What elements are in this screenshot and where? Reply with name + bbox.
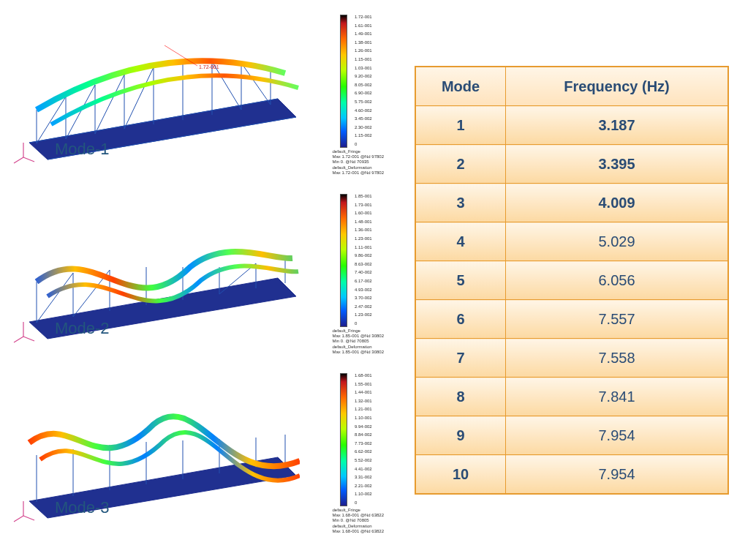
legend-tick: 8.05-002 [355, 83, 388, 87]
cell-frequency: 3.187 [506, 106, 729, 145]
mode1-pick-label: 1.72-001 [199, 64, 219, 70]
svg-line-20 [14, 157, 23, 163]
legend-caption-2: default_FringeMax 1.85-001 @Nd 30802Min … [333, 329, 384, 355]
table-row: 97.954 [415, 416, 728, 455]
svg-line-36 [23, 337, 34, 341]
frequency-table: Mode Frequency (Hz) 13.18723.39534.00945… [415, 66, 729, 495]
table-row: 77.558 [415, 339, 728, 378]
mode-label-1: Mode-1 [55, 140, 110, 159]
cell-frequency: 4.009 [506, 184, 729, 222]
legend-tick: 5.75-002 [355, 100, 388, 104]
legend-tick: 1.85-001 [355, 194, 388, 198]
legend-tick: 0 [355, 500, 388, 505]
legend-tick: 1.23-002 [355, 312, 388, 317]
legend-tick: 9.94-002 [355, 424, 388, 429]
legend-tick: 3.31-002 [355, 475, 388, 479]
legend-tick: 8.63-002 [355, 262, 388, 266]
legend-tick: 4.41-002 [355, 467, 388, 471]
legend-tick: 4.93-002 [355, 288, 388, 292]
svg-line-14 [95, 75, 124, 134]
legend-tick: 0 [355, 321, 388, 326]
cell-frequency: 7.558 [506, 339, 729, 378]
legend-tick: 1.68-001 [355, 373, 388, 378]
svg-line-21 [23, 157, 34, 162]
legend-tick: 1.26-001 [355, 48, 388, 53]
axis-triad-icon [11, 140, 36, 165]
legend-tick: 1.44-001 [355, 390, 388, 394]
legend-caption-3: default_FringeMax 1.68-001 @Nd 63822Min … [333, 508, 384, 534]
legend-tick: 3.70-002 [355, 296, 388, 300]
svg-line-35 [14, 337, 23, 342]
mode-model-1: 1.72-001 [7, 15, 300, 161]
mode-label-3: Mode-3 [55, 498, 110, 517]
cell-frequency: 7.841 [506, 378, 729, 416]
legend-tick: 5.52-002 [355, 458, 388, 462]
legend-values-3: 1.68-0011.55-0011.44-0011.32-0011.21-001… [355, 373, 388, 505]
cell-mode: 6 [415, 300, 506, 339]
cell-mode: 3 [415, 184, 506, 222]
axis-triad-icon [11, 498, 36, 523]
cell-frequency: 3.395 [506, 145, 729, 184]
legend-caption-1: default_FringeMax 1.72-001 @Nd 97802Min … [333, 149, 384, 176]
mode1-svg: 1.72-001 [7, 15, 300, 161]
header-mode: Mode [415, 67, 506, 106]
cell-frequency: 5.029 [506, 222, 729, 261]
cell-mode: 10 [415, 455, 506, 495]
mode-figure-1: 1.72-001 1.72-0011.61-0011.49-0011.38-00… [0, 0, 388, 179]
frequency-table-body: 13.18723.39534.00945.02956.05667.55777.5… [415, 106, 728, 495]
cell-frequency: 7.557 [506, 300, 729, 339]
legend-tick: 1.36-001 [355, 228, 388, 232]
legend-tick: 6.62-002 [355, 449, 388, 454]
frequency-table-panel: Mode Frequency (Hz) 13.18723.39534.00945… [388, 0, 756, 548]
legend-tick: 1.61-001 [355, 23, 388, 28]
legend-tick: 1.15-002 [355, 133, 388, 138]
legend-values-1: 1.72-0011.61-0011.49-0011.38-0011.26-001… [355, 15, 388, 146]
legend-tick: 8.84-002 [355, 432, 388, 437]
legend-tick: 1.10-001 [355, 416, 388, 420]
legend-tick: 7.40-002 [355, 270, 388, 274]
cell-mode: 8 [415, 378, 506, 416]
cell-mode: 5 [415, 261, 506, 300]
svg-line-47 [14, 516, 23, 522]
legend-tick: 1.55-001 [355, 382, 388, 386]
legend-tick: 9.20-002 [355, 74, 388, 78]
legend-tick: 1.73-001 [355, 203, 388, 207]
cell-frequency: 6.056 [506, 261, 729, 300]
header-frequency: Frequency (Hz) [506, 67, 729, 106]
page-container: 1.72-001 1.72-0011.61-0011.49-0011.38-00… [0, 0, 756, 548]
legend-tick: 0 [355, 142, 388, 146]
legend-tick: 1.03-001 [355, 66, 388, 70]
table-row: 13.187 [415, 106, 728, 145]
axis-triad-icon [11, 319, 36, 344]
cell-frequency: 7.954 [506, 416, 729, 455]
legend-tick: 1.15-001 [355, 57, 388, 61]
legend-tick: 1.38-001 [355, 40, 388, 45]
legend-tick: 1.10-002 [355, 492, 388, 496]
legend-tick: 3.45-002 [355, 116, 388, 121]
legend-tick: 4.60-002 [355, 108, 388, 113]
legend-values-2: 1.85-0011.73-0011.60-0011.48-0011.36-001… [355, 194, 388, 326]
table-row: 67.557 [415, 300, 728, 339]
mode-label-2: Mode-2 [55, 319, 110, 338]
mode-figure-2: 1.85-0011.73-0011.60-0011.48-0011.36-001… [0, 179, 388, 359]
table-row: 87.841 [415, 378, 728, 416]
mode-model-2 [7, 194, 300, 340]
colorbar-3 [340, 373, 347, 506]
legend-tick: 9.86-002 [355, 253, 388, 258]
mode-model-3 [7, 373, 300, 519]
cell-frequency: 7.954 [506, 455, 729, 495]
legend-tick: 2.47-002 [355, 304, 388, 309]
cell-mode: 1 [415, 106, 506, 145]
cell-mode: 4 [415, 222, 506, 261]
legend-tick: 1.21-001 [355, 407, 388, 411]
legend-tick: 2.21-002 [355, 484, 388, 488]
legend-tick: 7.73-002 [355, 441, 388, 446]
legend-tick: 6.17-002 [355, 279, 388, 283]
cell-mode: 9 [415, 416, 506, 455]
legend-tick: 1.11-001 [355, 245, 388, 249]
table-header-row: Mode Frequency (Hz) [415, 67, 728, 106]
legend-tick: 1.48-001 [355, 219, 388, 224]
table-row: 45.029 [415, 222, 728, 261]
legend-tick: 2.30-002 [355, 125, 388, 130]
legend-tick: 1.32-001 [355, 399, 388, 403]
